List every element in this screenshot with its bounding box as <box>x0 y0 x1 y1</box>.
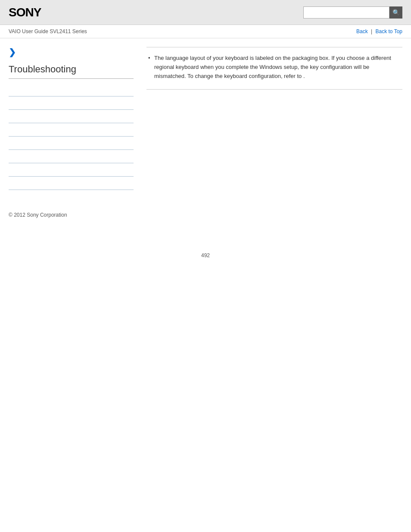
list-item <box>9 150 134 163</box>
content-area: The language layout of your keyboard is … <box>142 47 402 190</box>
page-number: 492 <box>0 252 411 267</box>
list-item <box>9 163 134 177</box>
search-button[interactable]: 🔍 <box>389 6 402 19</box>
list-item <box>9 123 134 137</box>
sidebar: ❯ Troubleshooting <box>9 47 142 190</box>
copyright-text: © 2012 Sony Corporation <box>9 212 67 218</box>
nav-bar: VAIO User Guide SVL2411 Series Back | Ba… <box>0 25 411 38</box>
page-footer: © 2012 Sony Corporation <box>0 203 411 227</box>
guide-title: VAIO User Guide SVL2411 Series <box>9 28 87 34</box>
sidebar-link[interactable] <box>9 101 134 107</box>
search-icon: 🔍 <box>392 9 400 16</box>
bullet-text: The language layout of your keyboard is … <box>154 55 391 79</box>
list-item <box>9 177 134 190</box>
sidebar-link[interactable] <box>9 114 134 120</box>
search-input[interactable] <box>303 6 389 19</box>
back-to-top-link[interactable]: Back to Top <box>376 28 402 34</box>
content-bullet: The language layout of your keyboard is … <box>146 54 402 81</box>
sidebar-link[interactable] <box>9 128 134 134</box>
sidebar-title: Troubleshooting <box>9 64 134 79</box>
sidebar-links <box>9 83 134 190</box>
sony-logo: SONY <box>9 6 41 19</box>
content-divider-top <box>146 47 402 47</box>
back-link[interactable]: Back <box>356 28 368 34</box>
page-header: SONY 🔍 <box>0 0 411 25</box>
list-item <box>9 110 134 123</box>
sidebar-link[interactable] <box>9 87 134 93</box>
main-content: ❯ Troubleshooting The language layout of… <box>0 38 411 199</box>
sidebar-link[interactable] <box>9 181 134 187</box>
list-item <box>9 83 134 96</box>
content-body: The language layout of your keyboard is … <box>146 54 402 81</box>
list-item <box>9 96 134 110</box>
sidebar-link[interactable] <box>9 141 134 147</box>
sidebar-link[interactable] <box>9 154 134 160</box>
bullet-suffix: . <box>303 73 305 79</box>
chevron-icon: ❯ <box>9 47 134 57</box>
list-item <box>9 137 134 150</box>
content-divider-bottom <box>146 89 402 90</box>
nav-separator: | <box>371 28 372 34</box>
search-container: 🔍 <box>303 6 402 19</box>
nav-links: Back | Back to Top <box>356 28 402 34</box>
sidebar-link[interactable] <box>9 168 134 174</box>
